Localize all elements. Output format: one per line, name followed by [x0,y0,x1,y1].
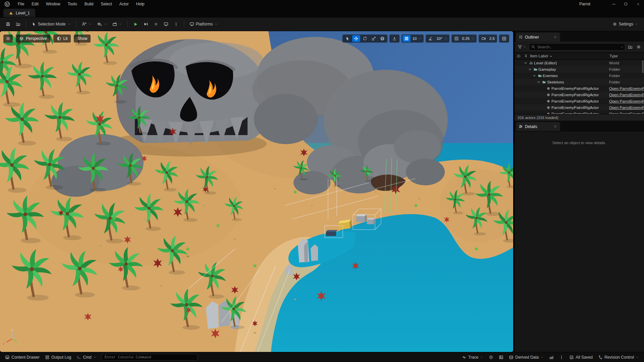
treasure-chest[interactable] [338,220,352,230]
insights-button[interactable] [486,353,496,361]
maximize-button[interactable] [620,0,632,8]
camera-speed-button[interactable] [480,35,488,42]
details-tab[interactable]: Details [516,122,560,131]
rotation-snap-group[interactable]: 10° [426,35,449,43]
outliner-new-folder-button[interactable] [627,44,634,50]
perspective-dropdown[interactable]: Perspective [16,35,50,43]
cinematics-dropdown[interactable] [110,19,124,29]
details-close-button[interactable] [553,124,557,129]
revision-control-dropdown[interactable]: Revision Control [596,353,641,361]
selection-mode-dropdown[interactable]: Selection Mode [29,19,73,29]
outliner-scrollbar[interactable] [642,60,644,73]
all-saved-indicator[interactable]: All Saved [567,353,595,361]
minimize-button[interactable] [608,0,620,8]
scale-snap-group[interactable]: 0.25 [451,35,477,43]
statusbar-kebab[interactable] [557,353,566,361]
outliner-item-type[interactable]: Open ParrotEnemyPatrol [607,86,644,90]
outliner-row[interactable]: ParrotEnemyPatrolRigActorOpen ParrotEnem… [515,111,644,114]
close-button[interactable] [632,0,644,8]
menu-actor[interactable]: Actor [116,0,132,8]
scale-tool-button[interactable] [370,35,378,42]
outliner-item-type[interactable]: Open ParrotEnemyPatrol [607,93,644,97]
outliner-tab[interactable]: Outliner [516,33,560,42]
blueprints-dropdown[interactable] [95,19,109,29]
content-drawer-button[interactable]: Content Drawer [3,353,42,361]
outliner-item-type[interactable]: Open ParrotEnemyPatrol [607,106,644,110]
play-options-kebab[interactable] [171,19,181,29]
menu-window[interactable]: Window [42,0,64,8]
outliner-row[interactable]: ParrotEnemyPatrolRigActorOpen ParrotEnem… [515,104,644,111]
outliner-row[interactable]: EnemiesFolder [515,72,644,79]
add-actor-dropdown[interactable] [79,19,94,29]
level-viewport[interactable]: z x y Perspective Lit [0,31,513,352]
menu-select[interactable]: Select [97,0,115,8]
move-tool-button[interactable] [352,35,360,42]
outliner-row[interactable]: SkeletonsFolder [515,79,644,85]
platforms-dropdown[interactable]: Platforms [187,19,220,29]
import-content-button[interactable] [13,19,23,29]
derived-data-dropdown[interactable]: Derived Data [506,353,546,361]
menu-edit[interactable]: Edit [28,0,42,8]
outliner-status-bar: 316 actors (316 loaded) [515,114,644,121]
settings-dropdown[interactable]: Settings [610,19,641,29]
frame-skip-button[interactable] [141,19,151,29]
camera-speed-value[interactable]: 2.5 [488,37,496,41]
branch-icon [598,355,603,360]
expand-chevron-icon[interactable] [528,68,532,71]
play-button[interactable] [131,19,141,29]
actor-sphere-icon [545,106,551,110]
screenshot-button[interactable] [496,353,506,361]
outliner-item-type[interactable]: Open ParrotEnemyPatrol [607,99,644,103]
outliner-item-type[interactable]: Open ParrotEnemyPatrol [607,112,644,114]
stop-button[interactable] [151,19,161,29]
save-button[interactable] [3,19,13,29]
menu-file[interactable]: File [14,0,28,8]
chevron-down-icon[interactable] [620,46,624,49]
trace-dropdown[interactable]: Trace [460,353,486,361]
grid-snap-toggle[interactable] [402,35,411,42]
outliner-search-input[interactable] [529,43,625,51]
grid-snap-group[interactable]: 10 [401,35,424,43]
outliner-filter-button[interactable] [517,44,527,50]
tab-level-1[interactable]: Level_1 [3,9,35,17]
view-mode-dropdown[interactable]: Lit [53,35,71,43]
select-tool-button[interactable] [343,35,352,42]
expand-chevron-icon[interactable] [536,80,541,84]
camera-icon [481,36,486,41]
console-command-input[interactable] [102,354,198,361]
outliner-row[interactable]: GameplayFolder [515,66,644,72]
grid-snap-value[interactable]: 10 [411,37,418,41]
outliner-close-button[interactable] [553,35,557,40]
outliner-row[interactable]: ParrotEnemyPatrolRigActorOpen ParrotEnem… [515,85,644,92]
rotation-snap-toggle[interactable] [427,35,435,42]
menu-help[interactable]: Help [132,0,148,8]
menu-build[interactable]: Build [81,0,97,8]
world-local-toggle[interactable] [378,35,386,42]
rotation-snap-value[interactable]: 10° [435,37,444,41]
expand-chevron-icon[interactable] [523,61,528,65]
outliner-row[interactable]: ParrotEnemyPatrolRigActorOpen ParrotEnem… [515,92,644,98]
outliner-settings-button[interactable] [635,44,642,50]
camera-speed-group[interactable]: 2.5 [479,35,497,43]
resource-usage-button[interactable] [547,353,556,361]
type-column-header[interactable]: Type [607,54,644,58]
outliner-row[interactable]: Level (Editor)World [515,60,644,66]
cmd-dropdown[interactable]: Cmd [74,353,99,361]
show-flags-dropdown[interactable]: Show [74,35,91,43]
pin-column-header[interactable] [523,54,529,58]
outliner-row[interactable]: ParrotEnemyPatrolRigActorOpen ParrotEnem… [515,98,644,104]
maximize-viewport-button[interactable] [500,35,508,42]
scale-snap-value[interactable]: 0.25 [461,37,471,41]
unreal-logo-icon[interactable] [0,0,14,8]
rotate-tool-button[interactable] [361,35,369,42]
menu-tools[interactable]: Tools [64,0,81,8]
item-label-column-header[interactable]: Item Label [529,54,607,58]
expand-chevron-icon[interactable] [532,74,537,77]
surface-snap-button[interactable] [390,35,398,42]
launch-button[interactable] [161,19,171,29]
output-log-button[interactable]: Output Log [43,353,73,361]
dark-crate [326,230,338,236]
viewport-options-button[interactable] [3,35,13,43]
visibility-column-header[interactable] [515,54,523,58]
scale-snap-toggle[interactable] [452,35,461,42]
